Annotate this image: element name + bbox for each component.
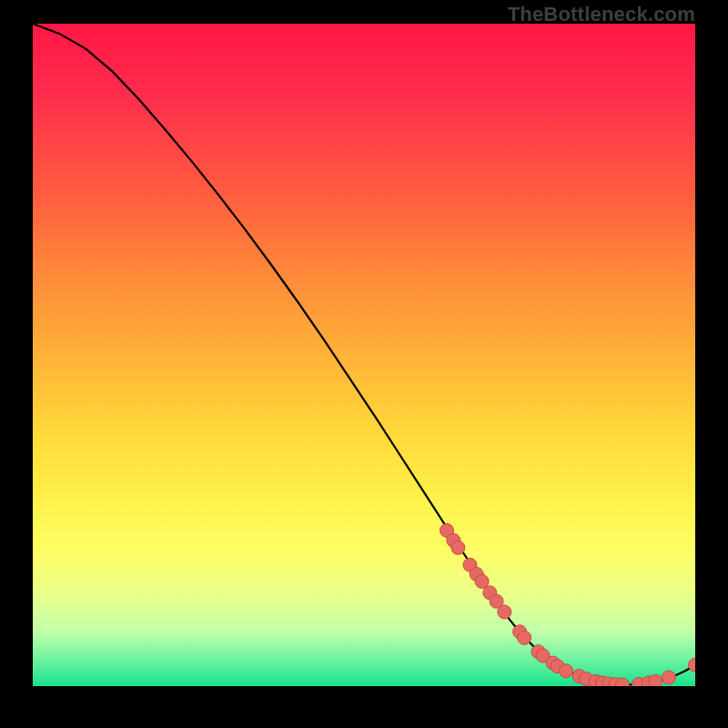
curve-marker: [689, 658, 696, 672]
chart-container: TheBottleneck.com: [0, 0, 728, 728]
curve-markers: [440, 523, 696, 686]
curve-marker: [451, 541, 465, 554]
curve-marker: [518, 631, 531, 644]
bottleneck-curve: [33, 24, 695, 685]
curve-marker: [662, 671, 675, 684]
curve-marker: [560, 664, 573, 678]
curve-marker: [498, 605, 511, 619]
chart-svg: [33, 24, 695, 686]
curve-marker: [649, 674, 662, 686]
